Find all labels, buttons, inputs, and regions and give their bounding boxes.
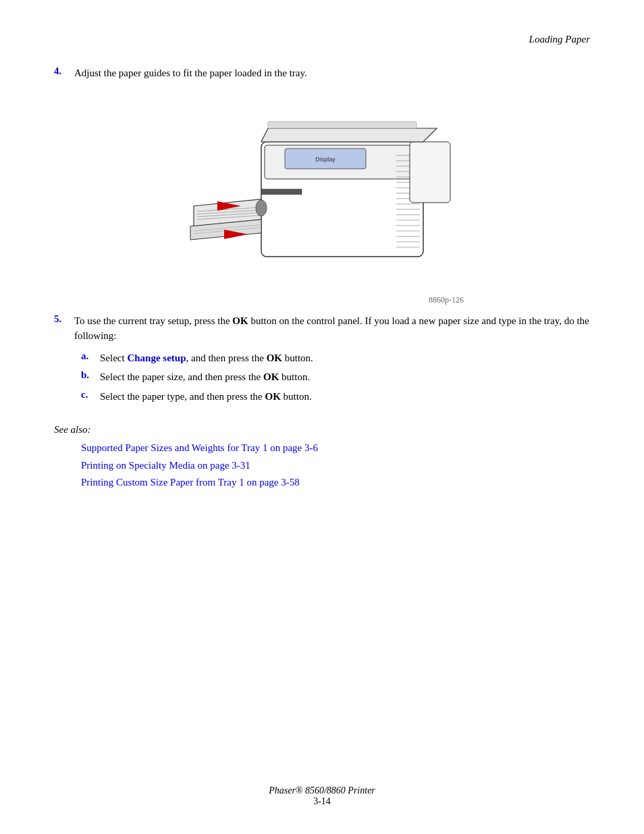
- footer-page: 3-14: [0, 796, 644, 807]
- step-5: 5. To use the current tray setup, press …: [54, 313, 590, 409]
- see-also-link-3[interactable]: Printing Custom Size Paper from Tray 1 o…: [81, 474, 590, 492]
- see-also-link-2-suffix: on page 3-31: [195, 460, 250, 471]
- see-also-link-1-suffix: on page 3-6: [267, 442, 318, 453]
- step-4-text: Adjust the paper guides to fit the paper…: [74, 66, 590, 81]
- sub-step-c: c. Select the paper type, and then press…: [81, 389, 590, 405]
- step-4: 4. Adjust the paper guides to fit the pa…: [54, 66, 590, 81]
- sub-step-b-content: Select the paper size, and then press th…: [100, 369, 310, 385]
- sub-steps: a. Select Change setup, and then press t…: [81, 350, 590, 405]
- printer-svg: Display: [180, 101, 464, 290]
- see-also-links: Supported Paper Sizes and Weights for Tr…: [81, 440, 590, 492]
- svg-rect-36: [268, 122, 417, 128]
- step-5-number: 5.: [54, 313, 74, 325]
- see-also-link-2-text: Printing on Specialty Media: [81, 460, 195, 471]
- change-setup-link[interactable]: Change setup: [127, 353, 186, 363]
- printer-illustration: Display: [180, 101, 464, 293]
- sub-step-b: b. Select the paper size, and then press…: [81, 369, 590, 385]
- sub-step-a-label: a.: [81, 350, 100, 362]
- printer-image-container: Display: [54, 101, 590, 293]
- page: Loading Paper 4. Adjust the paper guides…: [0, 0, 644, 834]
- svg-rect-34: [410, 142, 450, 203]
- image-caption: 8860p-126: [429, 295, 464, 305]
- step-5-text: To use the current tray setup, press the…: [74, 313, 590, 344]
- see-also-link-2[interactable]: Printing on Specialty Media on page 3-31: [81, 457, 590, 475]
- footer: Phaser® 8560/8860 Printer 3-14: [0, 785, 644, 807]
- sub-step-a-content: Select Change setup, and then press the …: [100, 350, 313, 366]
- svg-rect-22: [261, 189, 302, 194]
- sub-step-a: a. Select Change setup, and then press t…: [81, 350, 590, 366]
- sub-step-c-content: Select the paper type, and then press th…: [100, 389, 312, 405]
- step-5-content: To use the current tray setup, press the…: [74, 313, 590, 409]
- see-also-section: See also: Supported Paper Sizes and Weig…: [54, 424, 590, 492]
- step-4-number: 4.: [54, 66, 74, 77]
- see-also-link-1-text: Supported Paper Sizes and Weights for Tr…: [81, 442, 267, 453]
- see-also-link-3-suffix: on page 3-58: [244, 477, 300, 488]
- footer-product: Phaser® 8560/8860 Printer: [0, 785, 644, 796]
- page-header: Loading Paper: [54, 34, 590, 45]
- sub-step-c-label: c.: [81, 389, 100, 400]
- step-4-content: Adjust the paper guides to fit the paper…: [74, 66, 590, 81]
- svg-text:Display: Display: [315, 156, 336, 163]
- sub-step-b-label: b.: [81, 369, 100, 381]
- header-title: Loading Paper: [529, 34, 590, 45]
- svg-marker-35: [261, 128, 437, 142]
- see-also-link-3-text: Printing Custom Size Paper from Tray 1: [81, 477, 244, 488]
- see-also-link-1[interactable]: Supported Paper Sizes and Weights for Tr…: [81, 440, 590, 457]
- see-also-label: See also:: [54, 424, 590, 436]
- svg-point-33: [256, 200, 267, 216]
